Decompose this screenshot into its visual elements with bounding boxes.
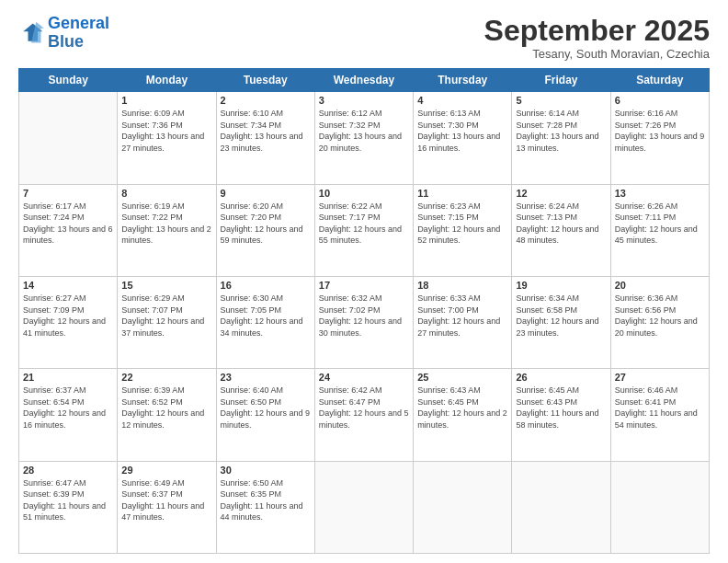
cell-details: Sunrise: 6:30 AMSunset: 7:05 PMDaylight:…	[221, 293, 311, 339]
calendar-cell: 24Sunrise: 6:42 AMSunset: 6:47 PMDayligh…	[314, 369, 413, 461]
calendar-cell: 26Sunrise: 6:45 AMSunset: 6:43 PMDayligh…	[512, 369, 610, 461]
weekday-row: SundayMondayTuesdayWednesdayThursdayFrid…	[19, 69, 710, 92]
calendar-cell: 9Sunrise: 6:20 AMSunset: 7:20 PMDaylight…	[216, 184, 314, 276]
calendar-cell	[314, 461, 413, 553]
cell-details: Sunrise: 6:13 AMSunset: 7:30 PMDaylight:…	[417, 108, 507, 154]
day-number: 21	[23, 372, 113, 383]
month-title: September 2025	[484, 15, 710, 47]
cell-details: Sunrise: 6:09 AMSunset: 7:36 PMDaylight:…	[121, 108, 211, 154]
cell-details: Sunrise: 6:45 AMSunset: 6:43 PMDaylight:…	[516, 385, 606, 431]
logo-text: General Blue	[48, 15, 109, 52]
calendar-cell: 11Sunrise: 6:23 AMSunset: 7:15 PMDayligh…	[414, 184, 512, 276]
cell-details: Sunrise: 6:34 AMSunset: 6:58 PMDaylight:…	[516, 293, 606, 339]
calendar-cell: 29Sunrise: 6:49 AMSunset: 6:37 PMDayligh…	[118, 461, 216, 553]
calendar-cell: 20Sunrise: 6:36 AMSunset: 6:56 PMDayligh…	[610, 276, 709, 368]
weekday-header: Friday	[512, 69, 610, 92]
cell-details: Sunrise: 6:22 AMSunset: 7:17 PMDaylight:…	[319, 201, 409, 247]
calendar-cell: 13Sunrise: 6:26 AMSunset: 7:11 PMDayligh…	[610, 184, 709, 276]
day-number: 10	[319, 188, 409, 199]
cell-details: Sunrise: 6:37 AMSunset: 6:54 PMDaylight:…	[23, 385, 113, 431]
calendar-cell: 7Sunrise: 6:17 AMSunset: 7:24 PMDaylight…	[19, 184, 118, 276]
calendar-header: SundayMondayTuesdayWednesdayThursdayFrid…	[19, 69, 710, 92]
day-number: 29	[121, 465, 211, 476]
day-number: 22	[121, 372, 211, 383]
cell-details: Sunrise: 6:50 AMSunset: 6:35 PMDaylight:…	[221, 477, 311, 523]
day-number: 14	[23, 280, 113, 291]
location-subtitle: Tesany, South Moravian, Czechia	[484, 47, 710, 61]
cell-details: Sunrise: 6:46 AMSunset: 6:41 PMDaylight:…	[615, 385, 705, 431]
calendar-cell: 25Sunrise: 6:43 AMSunset: 6:45 PMDayligh…	[414, 369, 512, 461]
cell-details: Sunrise: 6:32 AMSunset: 7:02 PMDaylight:…	[319, 293, 409, 339]
day-number: 18	[417, 280, 507, 291]
day-number: 11	[417, 188, 507, 199]
calendar-cell: 17Sunrise: 6:32 AMSunset: 7:02 PMDayligh…	[314, 276, 413, 368]
day-number: 9	[221, 188, 311, 199]
day-number: 24	[319, 372, 409, 383]
calendar-cell: 3Sunrise: 6:12 AMSunset: 7:32 PMDaylight…	[314, 92, 413, 184]
cell-details: Sunrise: 6:24 AMSunset: 7:13 PMDaylight:…	[516, 201, 606, 247]
cell-details: Sunrise: 6:20 AMSunset: 7:20 PMDaylight:…	[221, 201, 311, 247]
cell-details: Sunrise: 6:17 AMSunset: 7:24 PMDaylight:…	[23, 201, 113, 247]
calendar-week-row: 21Sunrise: 6:37 AMSunset: 6:54 PMDayligh…	[19, 369, 710, 461]
cell-details: Sunrise: 6:43 AMSunset: 6:45 PMDaylight:…	[417, 385, 507, 431]
day-number: 19	[516, 280, 606, 291]
calendar-cell: 15Sunrise: 6:29 AMSunset: 7:07 PMDayligh…	[118, 276, 216, 368]
calendar-cell: 4Sunrise: 6:13 AMSunset: 7:30 PMDaylight…	[414, 92, 512, 184]
logo-line2: Blue	[48, 32, 84, 51]
day-number: 30	[221, 465, 311, 476]
calendar-cell: 21Sunrise: 6:37 AMSunset: 6:54 PMDayligh…	[19, 369, 118, 461]
cell-details: Sunrise: 6:16 AMSunset: 7:26 PMDaylight:…	[615, 108, 705, 154]
cell-details: Sunrise: 6:27 AMSunset: 7:09 PMDaylight:…	[23, 293, 113, 339]
calendar-cell: 16Sunrise: 6:30 AMSunset: 7:05 PMDayligh…	[216, 276, 314, 368]
day-number: 27	[615, 372, 705, 383]
weekday-header: Monday	[118, 69, 216, 92]
day-number: 3	[319, 95, 409, 106]
calendar-cell: 5Sunrise: 6:14 AMSunset: 7:28 PMDaylight…	[512, 92, 610, 184]
calendar-cell	[610, 461, 709, 553]
day-number: 12	[516, 188, 606, 199]
cell-details: Sunrise: 6:39 AMSunset: 6:52 PMDaylight:…	[121, 385, 211, 431]
calendar-cell: 27Sunrise: 6:46 AMSunset: 6:41 PMDayligh…	[610, 369, 709, 461]
day-number: 13	[615, 188, 705, 199]
calendar-cell: 23Sunrise: 6:40 AMSunset: 6:50 PMDayligh…	[216, 369, 314, 461]
calendar-cell: 19Sunrise: 6:34 AMSunset: 6:58 PMDayligh…	[512, 276, 610, 368]
page: General Blue September 2025 Tesany, Sout…	[0, 0, 728, 563]
calendar-cell: 18Sunrise: 6:33 AMSunset: 7:00 PMDayligh…	[414, 276, 512, 368]
day-number: 20	[615, 280, 705, 291]
cell-details: Sunrise: 6:26 AMSunset: 7:11 PMDaylight:…	[615, 201, 705, 247]
cell-details: Sunrise: 6:40 AMSunset: 6:50 PMDaylight:…	[221, 385, 311, 431]
header: General Blue September 2025 Tesany, Sout…	[18, 15, 710, 61]
calendar-week-row: 1Sunrise: 6:09 AMSunset: 7:36 PMDaylight…	[19, 92, 710, 184]
weekday-header: Thursday	[414, 69, 512, 92]
cell-details: Sunrise: 6:42 AMSunset: 6:47 PMDaylight:…	[319, 385, 409, 431]
day-number: 6	[615, 95, 705, 106]
calendar-cell: 6Sunrise: 6:16 AMSunset: 7:26 PMDaylight…	[610, 92, 709, 184]
day-number: 17	[319, 280, 409, 291]
logo: General Blue	[18, 15, 109, 52]
calendar-cell: 28Sunrise: 6:47 AMSunset: 6:39 PMDayligh…	[19, 461, 118, 553]
day-number: 28	[23, 465, 113, 476]
cell-details: Sunrise: 6:49 AMSunset: 6:37 PMDaylight:…	[121, 477, 211, 523]
calendar-cell: 12Sunrise: 6:24 AMSunset: 7:13 PMDayligh…	[512, 184, 610, 276]
calendar-week-row: 28Sunrise: 6:47 AMSunset: 6:39 PMDayligh…	[19, 461, 710, 553]
day-number: 7	[23, 188, 113, 199]
calendar: SundayMondayTuesdayWednesdayThursdayFrid…	[18, 68, 710, 554]
title-block: September 2025 Tesany, South Moravian, C…	[484, 15, 710, 61]
calendar-cell	[414, 461, 512, 553]
calendar-week-row: 7Sunrise: 6:17 AMSunset: 7:24 PMDaylight…	[19, 184, 710, 276]
logo-line1: General	[48, 14, 109, 32]
cell-details: Sunrise: 6:29 AMSunset: 7:07 PMDaylight:…	[121, 293, 211, 339]
day-number: 4	[417, 95, 507, 106]
day-number: 23	[221, 372, 311, 383]
weekday-header: Saturday	[610, 69, 709, 92]
cell-details: Sunrise: 6:36 AMSunset: 6:56 PMDaylight:…	[615, 293, 705, 339]
calendar-cell	[19, 92, 118, 184]
calendar-cell: 30Sunrise: 6:50 AMSunset: 6:35 PMDayligh…	[216, 461, 314, 553]
cell-details: Sunrise: 6:10 AMSunset: 7:34 PMDaylight:…	[221, 108, 311, 154]
calendar-body: 1Sunrise: 6:09 AMSunset: 7:36 PMDaylight…	[19, 92, 710, 554]
logo-icon	[18, 20, 44, 46]
calendar-cell: 2Sunrise: 6:10 AMSunset: 7:34 PMDaylight…	[216, 92, 314, 184]
cell-details: Sunrise: 6:33 AMSunset: 7:00 PMDaylight:…	[417, 293, 507, 339]
day-number: 1	[121, 95, 211, 106]
weekday-header: Wednesday	[314, 69, 413, 92]
